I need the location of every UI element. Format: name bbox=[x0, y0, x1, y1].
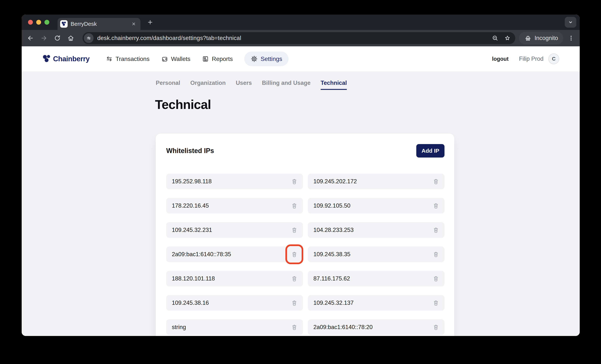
tab-close-icon[interactable] bbox=[130, 20, 138, 28]
ip-row: 109.92.105.50 bbox=[308, 198, 444, 213]
delete-ip-button[interactable] bbox=[290, 225, 299, 234]
browser-window: BerryDesk desk.chainberry.com/dashboard/… bbox=[22, 15, 580, 336]
whitelisted-ips-card: Whitelisted IPs Add IP 195.252.98.118 10… bbox=[156, 134, 454, 336]
ip-row: 109.245.32.231 bbox=[166, 222, 303, 238]
trash-icon bbox=[291, 251, 298, 258]
chainberry-logo-icon bbox=[42, 54, 51, 63]
trash-icon bbox=[432, 300, 439, 306]
brand-logo[interactable]: Chainberry bbox=[42, 54, 90, 63]
site-settings-icon[interactable] bbox=[84, 33, 94, 43]
zoom-level-button[interactable] bbox=[491, 34, 499, 42]
nav-item-transactions[interactable]: Transactions bbox=[106, 55, 150, 62]
nav-item-settings[interactable]: Settings bbox=[244, 51, 289, 66]
trash-icon bbox=[291, 202, 298, 209]
delete-ip-button[interactable] bbox=[290, 298, 299, 307]
ip-value: 109.245.32.231 bbox=[172, 227, 290, 233]
ip-value: 87.116.175.62 bbox=[313, 275, 431, 282]
nav-item-wallets[interactable]: Wallets bbox=[161, 55, 190, 62]
settings-tab-billing[interactable]: Billing and Usage bbox=[262, 80, 311, 90]
ip-value: 109.245.202.172 bbox=[313, 178, 431, 185]
url-text[interactable]: desk.chainberry.com/dashboard/settings?t… bbox=[97, 35, 487, 41]
delete-ip-button[interactable] bbox=[290, 201, 299, 210]
ip-row: 109.245.32.137 bbox=[308, 295, 444, 311]
delete-ip-button[interactable] bbox=[431, 323, 441, 332]
delete-ip-button[interactable] bbox=[431, 177, 441, 186]
ip-list: 195.252.98.118 109.245.202.172 178.220.1… bbox=[166, 174, 444, 335]
screen-background: BerryDesk desk.chainberry.com/dashboard/… bbox=[0, 0, 601, 364]
ip-row: 87.116.175.62 bbox=[308, 271, 444, 286]
ip-value: string bbox=[172, 324, 290, 331]
nav-item-reports[interactable]: Reports bbox=[202, 55, 233, 62]
page-content: Personal Organization Users Billing and … bbox=[22, 71, 580, 336]
delete-ip-button[interactable] bbox=[431, 201, 441, 210]
ip-row: 109.245.38.16 bbox=[166, 295, 303, 311]
settings-tab-personal[interactable]: Personal bbox=[156, 80, 180, 90]
delete-ip-button[interactable] bbox=[431, 274, 441, 283]
zoom-out-icon bbox=[492, 35, 499, 41]
forward-button[interactable] bbox=[40, 34, 48, 42]
ip-value: 109.245.38.16 bbox=[172, 300, 290, 306]
incognito-label: Incognito bbox=[534, 35, 558, 41]
back-arrow-icon bbox=[27, 35, 34, 42]
delete-ip-button[interactable] bbox=[290, 177, 299, 186]
window-zoom-button[interactable] bbox=[44, 20, 49, 25]
delete-ip-button[interactable] bbox=[290, 274, 299, 283]
star-icon bbox=[504, 35, 511, 41]
three-dots-icon bbox=[568, 35, 574, 41]
delete-ip-button[interactable] bbox=[431, 298, 441, 307]
delete-ip-button[interactable] bbox=[431, 250, 441, 259]
ip-value: 2a09:bac1:6140::78:35 bbox=[172, 251, 290, 258]
incognito-badge: Incognito bbox=[519, 32, 563, 44]
ip-row: 109.245.38.35 bbox=[308, 246, 444, 262]
main-nav: Transactions Wallets Reports Settings bbox=[106, 51, 289, 66]
ip-value: 109.92.105.50 bbox=[313, 202, 431, 209]
ip-value: 195.252.98.118 bbox=[172, 178, 290, 185]
plus-icon bbox=[147, 19, 153, 26]
trash-icon bbox=[432, 251, 439, 258]
card-title: Whitelisted IPs bbox=[166, 147, 214, 155]
bookmark-button[interactable] bbox=[503, 34, 511, 42]
report-icon bbox=[202, 55, 209, 62]
ip-row: 104.28.233.253 bbox=[308, 222, 444, 238]
home-icon bbox=[67, 35, 74, 42]
add-ip-button[interactable]: Add IP bbox=[416, 144, 444, 158]
transactions-swap-icon bbox=[106, 55, 113, 62]
nav-right: logout Filip Prod C bbox=[492, 53, 559, 64]
window-close-button[interactable] bbox=[28, 20, 33, 25]
settings-tab-organization[interactable]: Organization bbox=[190, 80, 226, 90]
trash-icon bbox=[291, 275, 298, 282]
new-tab-button[interactable] bbox=[145, 17, 155, 27]
gear-icon bbox=[251, 55, 258, 62]
tab-strip: BerryDesk bbox=[22, 15, 580, 30]
ip-row: 195.252.98.118 bbox=[166, 174, 303, 189]
ip-value: 178.220.16.45 bbox=[172, 202, 290, 209]
ip-row-highlighted: 2a09:bac1:6140::78:35 bbox=[166, 246, 303, 262]
trash-icon bbox=[432, 227, 439, 233]
app-navbar: Chainberry Transactions Wallets Reports bbox=[22, 46, 580, 71]
browser-menu-button[interactable] bbox=[567, 34, 575, 42]
trash-icon bbox=[432, 178, 439, 185]
ip-value: 109.245.38.35 bbox=[313, 251, 431, 258]
ip-value: 104.28.233.253 bbox=[313, 227, 431, 233]
home-button[interactable] bbox=[67, 34, 75, 42]
back-button[interactable] bbox=[26, 34, 35, 42]
logout-link[interactable]: logout bbox=[492, 56, 509, 62]
chevron-down-icon bbox=[568, 19, 573, 25]
settings-tab-technical[interactable]: Technical bbox=[321, 80, 347, 90]
ip-row: 188.120.101.118 bbox=[166, 271, 303, 286]
trash-icon bbox=[432, 324, 439, 331]
reload-button[interactable] bbox=[53, 34, 62, 42]
settings-tab-users[interactable]: Users bbox=[236, 80, 252, 90]
trash-icon bbox=[291, 178, 298, 185]
window-minimize-button[interactable] bbox=[36, 20, 41, 25]
browser-tab[interactable]: BerryDesk bbox=[58, 18, 140, 30]
trash-icon bbox=[432, 275, 439, 282]
delete-ip-button[interactable] bbox=[431, 225, 441, 234]
delete-ip-button[interactable] bbox=[290, 323, 299, 332]
ip-value: 188.120.101.118 bbox=[172, 275, 290, 282]
avatar[interactable]: C bbox=[548, 53, 559, 64]
delete-ip-button-highlighted[interactable] bbox=[290, 250, 299, 259]
url-bar[interactable]: desk.chainberry.com/dashboard/settings?t… bbox=[82, 32, 515, 44]
settings-tabs: Personal Organization Users Billing and … bbox=[156, 80, 347, 90]
tab-search-button[interactable] bbox=[565, 17, 576, 28]
